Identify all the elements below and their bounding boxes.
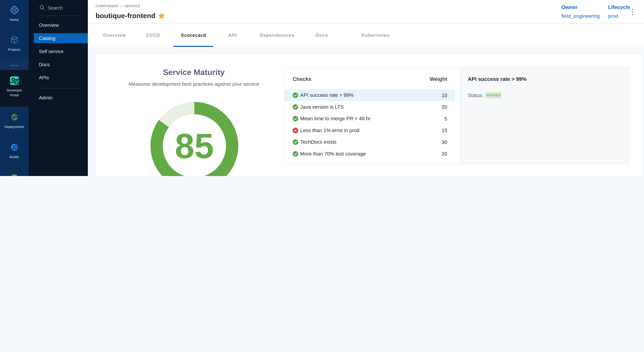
svg-text:85: 85 [175, 126, 214, 165]
